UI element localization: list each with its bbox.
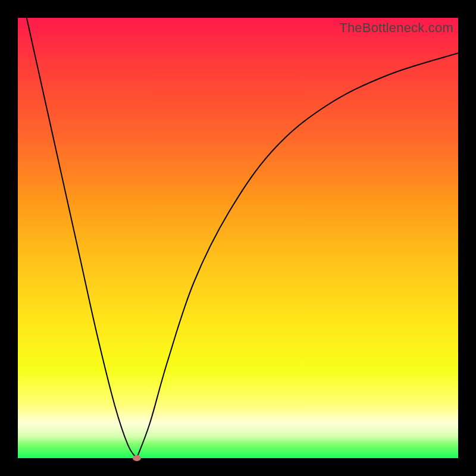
curve-right-branch [137, 53, 458, 458]
minimum-marker [133, 455, 141, 461]
bottleneck-curve [18, 18, 458, 458]
chart-container: TheBottleneck.com [0, 0, 476, 476]
plot-area: TheBottleneck.com [18, 18, 458, 458]
curve-left-branch [27, 18, 137, 458]
